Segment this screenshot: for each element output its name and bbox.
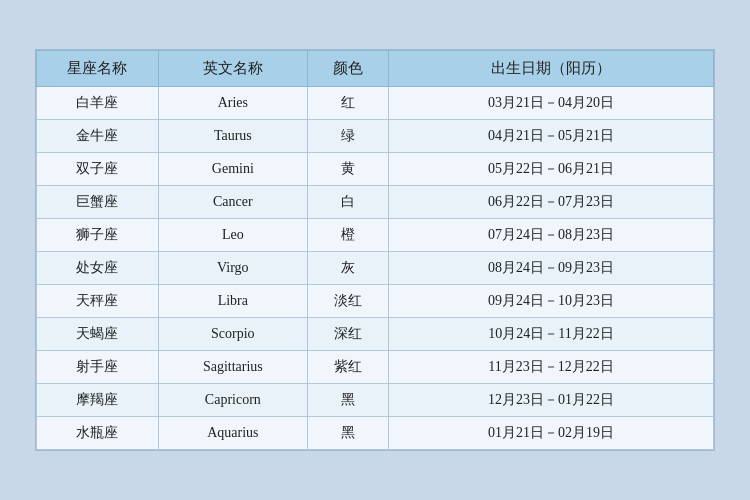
table-row: 水瓶座Aquarius黑01月21日－02月19日 <box>37 417 714 450</box>
cell-zh: 巨蟹座 <box>37 186 159 219</box>
cell-date: 12月23日－01月22日 <box>389 384 714 417</box>
table-row: 巨蟹座Cancer白06月22日－07月23日 <box>37 186 714 219</box>
table-row: 狮子座Leo橙07月24日－08月23日 <box>37 219 714 252</box>
table-row: 处女座Virgo灰08月24日－09月23日 <box>37 252 714 285</box>
cell-color: 紫红 <box>307 351 388 384</box>
cell-date: 04月21日－05月21日 <box>389 120 714 153</box>
cell-en: Leo <box>158 219 307 252</box>
cell-en: Sagittarius <box>158 351 307 384</box>
header-zh: 星座名称 <box>37 51 159 87</box>
cell-en: Capricorn <box>158 384 307 417</box>
cell-color: 黑 <box>307 384 388 417</box>
cell-en: Virgo <box>158 252 307 285</box>
cell-en: Taurus <box>158 120 307 153</box>
cell-date: 03月21日－04月20日 <box>389 87 714 120</box>
cell-en: Aries <box>158 87 307 120</box>
cell-color: 绿 <box>307 120 388 153</box>
cell-date: 10月24日－11月22日 <box>389 318 714 351</box>
cell-color: 淡红 <box>307 285 388 318</box>
cell-color: 灰 <box>307 252 388 285</box>
cell-en: Gemini <box>158 153 307 186</box>
cell-color: 橙 <box>307 219 388 252</box>
table-row: 摩羯座Capricorn黑12月23日－01月22日 <box>37 384 714 417</box>
table-body: 白羊座Aries红03月21日－04月20日金牛座Taurus绿04月21日－0… <box>37 87 714 450</box>
cell-zh: 射手座 <box>37 351 159 384</box>
cell-date: 08月24日－09月23日 <box>389 252 714 285</box>
header-color: 颜色 <box>307 51 388 87</box>
cell-en: Libra <box>158 285 307 318</box>
cell-zh: 金牛座 <box>37 120 159 153</box>
zodiac-table: 星座名称 英文名称 颜色 出生日期（阳历） 白羊座Aries红03月21日－04… <box>36 50 714 450</box>
table-row: 天秤座Libra淡红09月24日－10月23日 <box>37 285 714 318</box>
cell-color: 黄 <box>307 153 388 186</box>
cell-zh: 双子座 <box>37 153 159 186</box>
cell-zh: 水瓶座 <box>37 417 159 450</box>
cell-date: 06月22日－07月23日 <box>389 186 714 219</box>
cell-zh: 摩羯座 <box>37 384 159 417</box>
table-row: 金牛座Taurus绿04月21日－05月21日 <box>37 120 714 153</box>
cell-date: 01月21日－02月19日 <box>389 417 714 450</box>
cell-en: Cancer <box>158 186 307 219</box>
cell-date: 11月23日－12月22日 <box>389 351 714 384</box>
cell-en: Aquarius <box>158 417 307 450</box>
cell-zh: 天秤座 <box>37 285 159 318</box>
table-row: 天蝎座Scorpio深红10月24日－11月22日 <box>37 318 714 351</box>
zodiac-table-container: 星座名称 英文名称 颜色 出生日期（阳历） 白羊座Aries红03月21日－04… <box>35 49 715 451</box>
cell-zh: 白羊座 <box>37 87 159 120</box>
table-row: 双子座Gemini黄05月22日－06月21日 <box>37 153 714 186</box>
table-row: 白羊座Aries红03月21日－04月20日 <box>37 87 714 120</box>
cell-date: 07月24日－08月23日 <box>389 219 714 252</box>
cell-en: Scorpio <box>158 318 307 351</box>
cell-zh: 处女座 <box>37 252 159 285</box>
cell-color: 黑 <box>307 417 388 450</box>
cell-color: 深红 <box>307 318 388 351</box>
cell-color: 白 <box>307 186 388 219</box>
table-row: 射手座Sagittarius紫红11月23日－12月22日 <box>37 351 714 384</box>
table-header-row: 星座名称 英文名称 颜色 出生日期（阳历） <box>37 51 714 87</box>
header-en: 英文名称 <box>158 51 307 87</box>
header-date: 出生日期（阳历） <box>389 51 714 87</box>
cell-zh: 狮子座 <box>37 219 159 252</box>
cell-color: 红 <box>307 87 388 120</box>
cell-zh: 天蝎座 <box>37 318 159 351</box>
cell-date: 09月24日－10月23日 <box>389 285 714 318</box>
cell-date: 05月22日－06月21日 <box>389 153 714 186</box>
